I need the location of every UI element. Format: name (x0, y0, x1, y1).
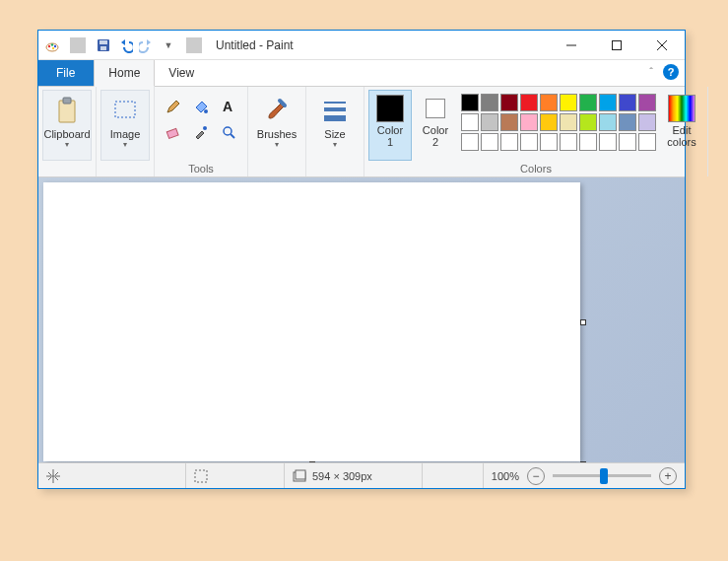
fill-tool-icon[interactable] (190, 96, 212, 117)
brushes-button[interactable]: Brushes ▾ (252, 90, 301, 161)
zoom-level: 100% (492, 470, 519, 482)
color-swatch[interactable] (560, 113, 577, 131)
svg-point-18 (203, 126, 207, 130)
color-swatch[interactable] (579, 94, 597, 111)
brush-icon (261, 95, 293, 126)
clipboard-icon (51, 95, 83, 126)
color-swatch[interactable] (481, 113, 498, 131)
ribbon-tabs: File Home View ˆ ? (38, 60, 685, 87)
resize-handle-right[interactable] (580, 319, 586, 325)
color-swatch[interactable] (560, 94, 577, 111)
color-swatch-empty[interactable] (619, 133, 636, 151)
tab-home[interactable]: Home (94, 60, 155, 87)
svg-rect-14 (115, 102, 135, 117)
svg-rect-13 (63, 98, 71, 104)
eraser-tool-icon[interactable] (163, 121, 184, 143)
color2-swatch (426, 99, 445, 118)
collapse-ribbon-icon[interactable]: ˆ (649, 66, 653, 78)
size-button[interactable]: Size ▾ (310, 90, 360, 161)
paint-window: ▼ Untitled - Paint File Home View ˆ ? (37, 30, 686, 489)
canvas-dimensions: 594 × 309px (312, 470, 372, 482)
group-size: Size ▾ (306, 87, 364, 176)
paint-app-icon (44, 37, 60, 53)
group-clipboard: Clipboard ▾ (38, 87, 97, 176)
color-swatch[interactable] (500, 113, 518, 131)
color-swatch-empty[interactable] (481, 133, 498, 151)
canvas-area[interactable] (38, 177, 685, 462)
statusbar: 594 × 309px 100% − + (38, 462, 685, 488)
tools-group-label: Tools (159, 162, 243, 175)
svg-point-19 (224, 127, 232, 135)
color-swatch[interactable] (638, 94, 656, 111)
color-swatch[interactable] (540, 113, 558, 131)
color-swatch-empty[interactable] (599, 133, 617, 151)
size-icon (319, 95, 351, 126)
color-picker-tool-icon[interactable] (190, 121, 212, 143)
color-swatch[interactable] (520, 113, 538, 131)
zoom-out-button[interactable]: − (527, 467, 545, 485)
select-icon (109, 95, 141, 126)
zoom-thumb[interactable] (600, 468, 608, 484)
svg-rect-9 (613, 40, 622, 49)
chevron-down-icon: ▾ (333, 141, 337, 150)
color-swatch[interactable] (599, 113, 617, 131)
color-swatch-empty[interactable] (520, 133, 538, 151)
help-icon[interactable]: ? (663, 64, 679, 80)
color-swatch[interactable] (520, 94, 538, 111)
colors-group-label: Colors (368, 162, 703, 175)
svg-point-15 (204, 109, 208, 113)
minimize-button[interactable] (549, 31, 594, 60)
maximize-button[interactable] (594, 31, 639, 60)
color-swatch[interactable] (619, 113, 636, 131)
color1-button[interactable]: Color 1 (368, 90, 412, 161)
clipboard-button[interactable]: Clipboard ▾ (42, 90, 92, 161)
color-palette (459, 90, 658, 151)
titlebar: ▼ Untitled - Paint (38, 31, 685, 60)
color2-button[interactable]: Color 2 (414, 90, 457, 161)
selection-size-icon (194, 469, 208, 483)
svg-rect-6 (99, 40, 107, 44)
text-tool-icon[interactable]: A (218, 96, 239, 117)
qat-dropdown-icon[interactable]: ▼ (161, 37, 176, 53)
color-swatch[interactable] (540, 94, 558, 111)
color-swatch-empty[interactable] (560, 133, 577, 151)
color-swatch-empty[interactable] (579, 133, 597, 151)
edit-colors-button[interactable]: Edit colors (660, 90, 703, 161)
cursor-position-icon (46, 469, 60, 483)
color1-swatch (376, 95, 404, 122)
color-swatch-empty[interactable] (638, 133, 656, 151)
tab-view[interactable]: View (155, 60, 209, 86)
quick-access-toolbar: ▼ (38, 37, 212, 53)
pencil-tool-icon[interactable] (163, 96, 184, 117)
image-button[interactable]: Image ▾ (100, 90, 150, 161)
color-swatch-empty[interactable] (500, 133, 518, 151)
magnifier-tool-icon[interactable] (218, 121, 239, 143)
group-tools: A Tools (155, 87, 248, 176)
color-swatch[interactable] (619, 94, 636, 111)
color-swatch[interactable] (461, 113, 479, 131)
zoom-slider[interactable] (553, 474, 651, 477)
canvas[interactable] (43, 182, 580, 461)
save-icon[interactable] (96, 37, 111, 53)
color-swatch[interactable] (638, 113, 656, 131)
redo-icon[interactable] (139, 37, 155, 53)
color-swatch[interactable] (461, 94, 479, 111)
group-colors: Color 1 Color 2 Edit colors Colors (364, 87, 708, 176)
tab-file[interactable]: File (38, 60, 94, 86)
chevron-down-icon: ▾ (275, 141, 279, 150)
zoom-in-button[interactable]: + (659, 467, 677, 485)
resize-handle-corner[interactable] (580, 461, 586, 462)
color-swatch[interactable] (599, 94, 617, 111)
group-brushes: Brushes ▾ (248, 87, 306, 176)
zoom-control: 100% − + (484, 467, 685, 485)
close-button[interactable] (639, 31, 685, 60)
undo-icon[interactable] (117, 37, 133, 53)
color-swatch[interactable] (481, 94, 498, 111)
color-swatch-empty[interactable] (540, 133, 558, 151)
group-image: Image ▾ (97, 87, 155, 176)
color-swatch[interactable] (500, 94, 518, 111)
color-swatch-empty[interactable] (461, 133, 479, 151)
svg-line-20 (231, 134, 234, 138)
color-swatch[interactable] (579, 113, 597, 131)
resize-handle-bottom[interactable] (309, 461, 315, 462)
